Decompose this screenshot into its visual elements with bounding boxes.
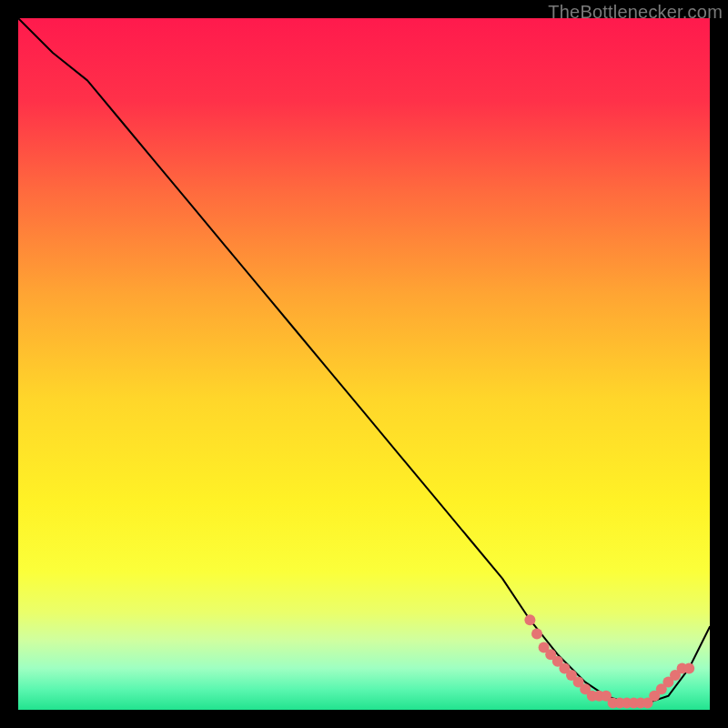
data-point	[531, 628, 542, 639]
bottleneck-chart	[18, 18, 710, 710]
plot-area	[18, 18, 710, 710]
data-point	[683, 662, 694, 673]
chart-frame: TheBottlenecker.com	[0, 0, 728, 728]
data-point	[524, 614, 535, 625]
watermark-text: TheBottlenecker.com	[548, 2, 723, 23]
